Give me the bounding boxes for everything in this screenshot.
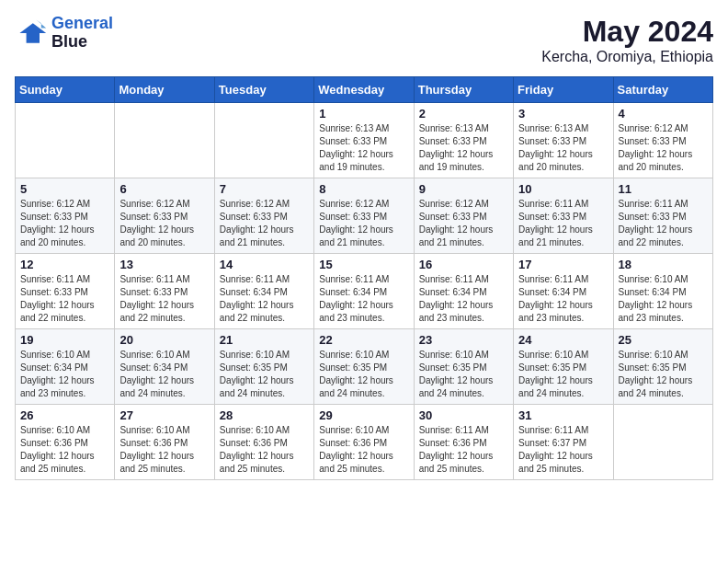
day-info: Sunrise: 6:12 AM [319,198,408,211]
day-info: and 20 minutes. [119,236,209,249]
day-info: Daylight: 12 hours [619,299,708,312]
weekday-header-row: SundayMondayTuesdayWednesdayThursdayFrid… [16,77,713,103]
day-info: and 22 minutes. [20,312,109,325]
day-info: Sunset: 6:34 PM [20,362,109,374]
day-number: 10 [518,182,608,196]
day-info: Sunset: 6:34 PM [518,286,608,299]
day-info: Daylight: 12 hours [20,374,109,387]
day-info: Sunrise: 6:10 AM [220,424,309,437]
day-info: Sunset: 6:34 PM [619,286,708,299]
day-info: Daylight: 12 hours [20,299,109,312]
day-info: Sunset: 6:37 PM [518,437,608,450]
calendar-cell: 3Sunrise: 6:13 AMSunset: 6:33 PMDaylight… [514,103,613,178]
day-info: Sunset: 6:35 PM [619,362,708,374]
calendar-cell: 7Sunrise: 6:12 AMSunset: 6:33 PMDaylight… [214,178,313,254]
day-info: Sunrise: 6:11 AM [419,424,508,437]
calendar-cell: 9Sunrise: 6:12 AMSunset: 6:33 PMDaylight… [414,178,513,254]
day-info: Daylight: 12 hours [518,148,608,161]
calendar-cell: 5Sunrise: 6:12 AMSunset: 6:33 PMDaylight… [16,178,115,254]
day-info: and 23 minutes. [319,312,408,325]
day-info: and 21 minutes. [518,236,608,249]
day-info: Sunset: 6:36 PM [319,437,408,450]
day-info: Sunrise: 6:13 AM [319,122,408,135]
day-info: Sunrise: 6:12 AM [220,198,309,211]
day-info: Daylight: 12 hours [419,450,508,463]
day-info: and 23 minutes. [518,312,608,325]
day-number: 3 [518,107,608,121]
day-info: Daylight: 12 hours [518,450,608,463]
day-info: Sunrise: 6:13 AM [518,122,608,135]
day-info: Sunset: 6:33 PM [20,211,109,224]
day-info: and 22 minutes. [220,312,309,325]
day-number: 28 [220,408,309,422]
day-info: Daylight: 12 hours [220,450,309,463]
calendar-cell: 17Sunrise: 6:11 AMSunset: 6:34 PMDayligh… [514,254,613,329]
calendar-cell: 15Sunrise: 6:11 AMSunset: 6:34 PMDayligh… [314,254,414,329]
day-info: Sunrise: 6:13 AM [419,122,508,135]
day-info: Daylight: 12 hours [319,374,408,387]
weekday-header-monday: Monday [115,77,214,103]
day-number: 14 [220,258,309,271]
day-info: Daylight: 12 hours [518,224,608,236]
day-info: Daylight: 12 hours [220,299,309,312]
day-info: Sunrise: 6:10 AM [20,424,109,437]
day-info: Daylight: 12 hours [619,148,708,161]
day-info: Sunset: 6:34 PM [419,286,508,299]
day-info: and 21 minutes. [319,236,408,249]
day-info: and 22 minutes. [119,312,209,325]
calendar-cell: 11Sunrise: 6:11 AMSunset: 6:33 PMDayligh… [613,178,712,254]
calendar-cell [115,103,214,178]
calendar-week-row: 19Sunrise: 6:10 AMSunset: 6:34 PMDayligh… [16,329,713,405]
day-info: Daylight: 12 hours [319,224,408,236]
day-info: Sunrise: 6:11 AM [518,424,608,437]
weekday-header-saturday: Saturday [613,77,712,103]
day-number: 20 [119,333,209,347]
day-info: Sunset: 6:33 PM [419,211,508,224]
day-info: Sunset: 6:33 PM [319,135,408,148]
calendar-cell: 19Sunrise: 6:10 AMSunset: 6:34 PMDayligh… [16,329,115,405]
day-info: and 23 minutes. [419,312,508,325]
day-number: 22 [319,333,408,347]
logo-text: General Blue [51,15,113,52]
day-number: 26 [20,408,109,422]
day-info: Daylight: 12 hours [220,224,309,236]
day-info: Daylight: 12 hours [419,148,508,161]
day-info: Sunset: 6:36 PM [119,437,209,450]
day-info: Sunset: 6:33 PM [119,286,209,299]
day-info: and 22 minutes. [619,236,708,249]
day-info: Daylight: 12 hours [119,299,209,312]
calendar-cell: 10Sunrise: 6:11 AMSunset: 6:33 PMDayligh… [514,178,613,254]
day-info: and 24 minutes. [319,387,408,400]
day-number: 11 [619,182,708,196]
day-info: Daylight: 12 hours [20,224,109,236]
calendar-cell: 23Sunrise: 6:10 AMSunset: 6:35 PMDayligh… [414,329,513,405]
day-info: Sunrise: 6:11 AM [619,198,708,211]
day-number: 9 [419,182,508,196]
calendar-cell: 18Sunrise: 6:10 AMSunset: 6:34 PMDayligh… [613,254,712,329]
day-info: Sunset: 6:36 PM [20,437,109,450]
weekday-header-sunday: Sunday [16,77,115,103]
calendar-cell: 1Sunrise: 6:13 AMSunset: 6:33 PMDaylight… [314,103,414,178]
calendar-cell: 2Sunrise: 6:13 AMSunset: 6:33 PMDaylight… [414,103,513,178]
day-number: 19 [20,333,109,347]
day-number: 1 [319,107,408,121]
day-number: 8 [319,182,408,196]
day-info: Sunset: 6:33 PM [518,211,608,224]
day-number: 29 [319,408,408,422]
calendar-cell: 4Sunrise: 6:12 AMSunset: 6:33 PMDaylight… [613,103,712,178]
day-info: Sunrise: 6:11 AM [419,273,508,286]
weekday-header-tuesday: Tuesday [214,77,313,103]
day-info: and 21 minutes. [419,236,508,249]
day-info: Daylight: 12 hours [619,224,708,236]
day-info: Sunset: 6:35 PM [518,362,608,374]
day-info: Sunrise: 6:12 AM [619,122,708,135]
day-info: Daylight: 12 hours [319,148,408,161]
day-number: 21 [220,333,309,347]
weekday-header-thursday: Thursday [414,77,513,103]
day-info: Sunset: 6:34 PM [319,286,408,299]
day-info: Sunrise: 6:11 AM [119,273,209,286]
calendar-cell: 25Sunrise: 6:10 AMSunset: 6:35 PMDayligh… [613,329,712,405]
day-info: Daylight: 12 hours [119,374,209,387]
day-number: 24 [518,333,608,347]
day-info: Sunset: 6:35 PM [419,362,508,374]
